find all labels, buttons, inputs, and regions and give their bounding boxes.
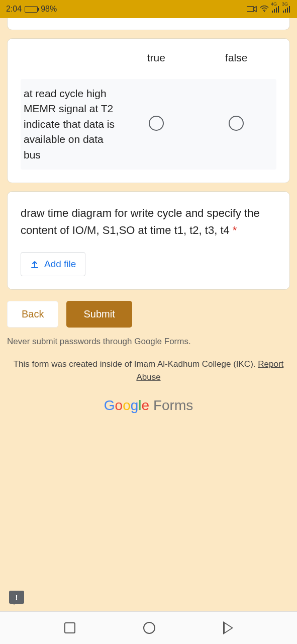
password-warning: Never submit passwords through Google Fo… <box>7 337 290 347</box>
nav-home-icon[interactable] <box>143 622 155 634</box>
feedback-button[interactable]: ! <box>9 591 24 604</box>
required-asterisk: * <box>233 224 237 236</box>
svg-rect-6 <box>283 11 284 13</box>
svg-rect-8 <box>287 8 288 13</box>
question-text: draw time diagram for write cycle and sp… <box>21 205 276 239</box>
svg-rect-4 <box>276 8 277 13</box>
svg-rect-9 <box>289 6 290 13</box>
svg-rect-0 <box>247 7 254 12</box>
google-forms-logo[interactable]: Google Forms <box>7 397 290 414</box>
battery-icon <box>25 6 38 13</box>
submit-button[interactable]: Submit <box>66 301 132 328</box>
grid-header: true false <box>21 52 276 64</box>
signal-4g-icon <box>272 6 280 13</box>
created-pre: This form was created inside of Imam Al-… <box>14 359 258 369</box>
col-true-header: true <box>116 52 196 64</box>
svg-rect-2 <box>272 11 273 13</box>
exclaim-icon: ! <box>16 593 18 602</box>
question-card-grid: true false at read cycle high MEMR signa… <box>7 38 290 183</box>
question-text-body: draw time diagram for write cycle and sp… <box>21 207 260 236</box>
button-row: Back Submit <box>7 301 290 328</box>
svg-rect-7 <box>285 9 286 13</box>
svg-point-1 <box>264 11 265 12</box>
status-time: 2:04 <box>6 5 22 14</box>
svg-rect-3 <box>274 9 275 13</box>
net-4g-label: 4G <box>271 2 277 7</box>
prev-card-sliver <box>7 18 290 30</box>
nav-recent-icon[interactable] <box>64 622 75 633</box>
signal-3g-icon <box>283 6 291 13</box>
battery-pct: 98% <box>41 5 57 14</box>
camera-icon <box>247 6 257 13</box>
col-false-header: false <box>196 52 277 64</box>
radio-false[interactable] <box>229 116 244 131</box>
add-file-label: Add file <box>44 259 76 270</box>
android-navbar <box>0 612 297 644</box>
add-file-button[interactable]: Add file <box>21 252 85 276</box>
status-left: 2:04 98% <box>6 5 57 14</box>
back-button[interactable]: Back <box>7 301 58 328</box>
grid-row: at read cycle high MEMR signal at T2 ind… <box>21 79 276 170</box>
nav-back-icon[interactable] <box>223 621 233 634</box>
net-3g-label: 3G <box>282 2 288 7</box>
status-right: 4G 3G <box>247 6 291 13</box>
created-inside-text: This form was created inside of Imam Al-… <box>7 358 290 383</box>
forms-word: Forms <box>149 397 193 413</box>
radio-true[interactable] <box>149 116 164 131</box>
upload-icon <box>30 260 39 269</box>
grid-row-label: at read cycle high MEMR signal at T2 ind… <box>21 86 116 163</box>
wifi-icon <box>260 6 269 13</box>
form-content: true false at read cycle high MEMR signa… <box>0 18 297 611</box>
status-bar: 2:04 98% 4G 3G <box>0 0 297 18</box>
svg-rect-5 <box>278 6 279 13</box>
question-card-upload: draw time diagram for write cycle and sp… <box>7 191 290 290</box>
